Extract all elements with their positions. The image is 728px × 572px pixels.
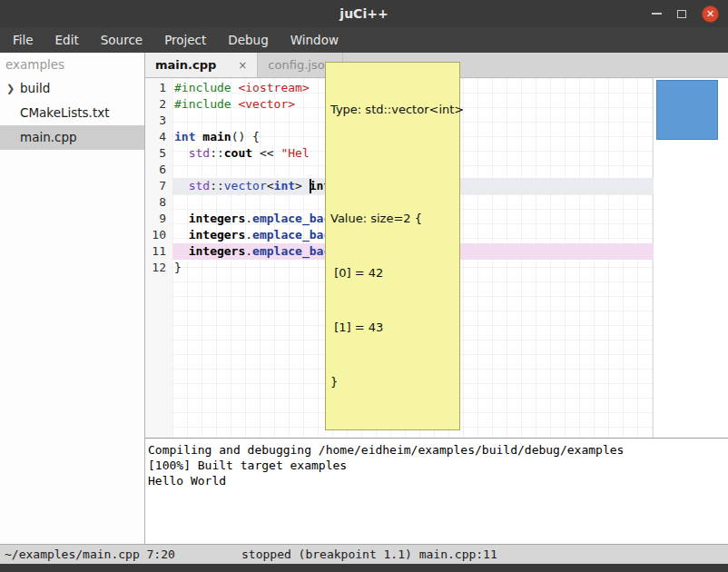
jucipp-window: juCi++ ✕ File Edit Source Project Debug … bbox=[0, 0, 728, 572]
menu-file[interactable]: File bbox=[2, 28, 44, 52]
titlebar[interactable]: juCi++ ✕ bbox=[0, 0, 728, 27]
text-caret bbox=[310, 179, 311, 193]
menubar: File Edit Source Project Debug Window bbox=[0, 27, 728, 53]
tree-item-label: build bbox=[20, 81, 50, 95]
menu-edit[interactable]: Edit bbox=[44, 28, 90, 52]
menu-source[interactable]: Source bbox=[90, 28, 153, 52]
tree-item-maincpp[interactable]: main.cpp bbox=[0, 125, 144, 150]
menu-project[interactable]: Project bbox=[153, 28, 217, 52]
tooltip-value-line: [1] = 43 bbox=[330, 319, 455, 337]
code-text: int main() { bbox=[172, 129, 260, 145]
project-name: examples bbox=[0, 53, 144, 76]
line-number[interactable]: 4 bbox=[145, 129, 172, 145]
menu-debug[interactable]: Debug bbox=[217, 28, 279, 52]
line-number[interactable]: 12 bbox=[145, 260, 172, 276]
line-number[interactable]: 3 bbox=[145, 113, 172, 129]
line-number[interactable]: 2 bbox=[145, 96, 172, 113]
file-tree-sidebar: examples ❯ build CMakeLists.txt main.cpp bbox=[0, 53, 145, 544]
code-text: std::cout << "Hel bbox=[172, 145, 310, 162]
status-debug-state: stopped (breakpoint 1.1) main.cpp:11 bbox=[241, 547, 497, 561]
line-number[interactable]: 8 bbox=[145, 194, 172, 211]
debug-value-tooltip: Type: std::vector<int> Value: size=2 { [… bbox=[325, 62, 460, 430]
tooltip-value-line: [0] = 42 bbox=[330, 264, 455, 282]
tooltip-value-line: } bbox=[330, 373, 455, 391]
tooltip-blank-line bbox=[330, 155, 455, 173]
tree-item-label: main.cpp bbox=[20, 130, 77, 144]
line-number[interactable]: 1 bbox=[145, 80, 172, 96]
code-text bbox=[172, 113, 174, 129]
window-bottom-edge bbox=[0, 564, 728, 572]
status-file-position: ~/examples/main.cpp 7:20 bbox=[5, 547, 175, 561]
line-number[interactable]: 7 bbox=[145, 178, 172, 194]
tree-item-label: CMakeLists.txt bbox=[20, 105, 110, 120]
code-text: #include <iostream> bbox=[172, 80, 310, 96]
line-number[interactable]: 6 bbox=[145, 162, 172, 178]
code-text bbox=[172, 194, 174, 211]
close-icon[interactable]: ✕ bbox=[702, 5, 719, 23]
line-number[interactable]: 5 bbox=[145, 145, 172, 162]
window-controls: ✕ bbox=[652, 0, 719, 27]
terminal-line: [100%] Built target examples bbox=[148, 458, 725, 473]
tab-label: main.cpp bbox=[155, 58, 216, 72]
minimize-icon[interactable] bbox=[652, 13, 662, 15]
tab-maincpp[interactable]: main.cpp × bbox=[145, 53, 258, 77]
window-title: juCi++ bbox=[339, 6, 388, 21]
tab-close-icon[interactable]: × bbox=[238, 59, 247, 72]
tree-item-cmakelists[interactable]: CMakeLists.txt bbox=[0, 101, 144, 125]
terminal-line: Compiling and debugging /home/eidheim/ex… bbox=[148, 442, 725, 458]
tab-label: config.json bbox=[268, 58, 332, 72]
menu-window[interactable]: Window bbox=[280, 28, 349, 52]
statusbar: ~/examples/main.cpp 7:20 stopped (breakp… bbox=[0, 544, 728, 564]
line-number[interactable]: 9 bbox=[145, 211, 172, 227]
code-text bbox=[172, 162, 174, 178]
code-text: #include <vector> bbox=[172, 96, 295, 113]
line-number[interactable]: 11 bbox=[145, 243, 172, 260]
tooltip-type-line: Type: std::vector<int> bbox=[330, 101, 455, 119]
scrollbar-thumb[interactable] bbox=[656, 80, 718, 140]
terminal-output[interactable]: Compiling and debugging /home/eidheim/ex… bbox=[145, 438, 728, 544]
restore-icon[interactable] bbox=[677, 10, 686, 18]
line-number[interactable]: 10 bbox=[145, 227, 172, 243]
expander-icon[interactable]: ❯ bbox=[6, 76, 15, 101]
tree-item-build[interactable]: ❯ build bbox=[0, 76, 144, 101]
tooltip-value-line: Value: size=2 { bbox=[330, 210, 455, 228]
terminal-line: Hello World bbox=[148, 473, 725, 488]
code-text: } bbox=[172, 260, 182, 276]
